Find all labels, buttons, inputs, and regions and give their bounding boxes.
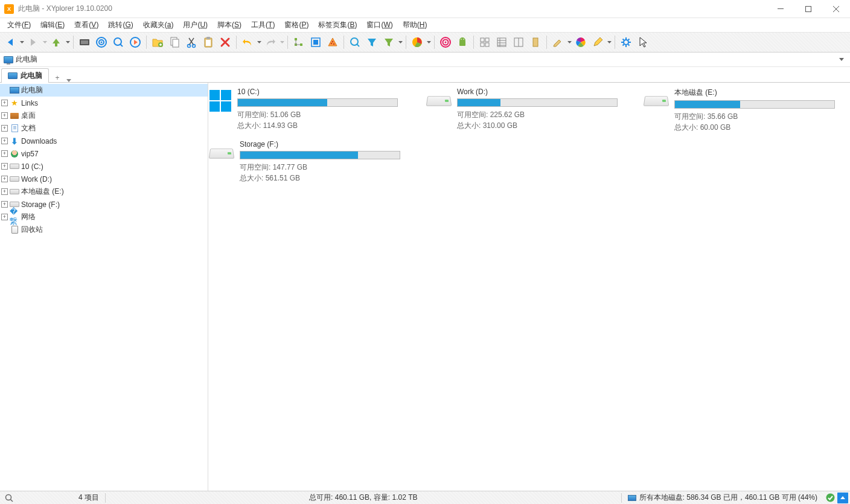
cursor-icon[interactable] (634, 34, 651, 51)
pc-icon (10, 86, 19, 95)
android-icon[interactable] (454, 34, 471, 51)
menu-item-7[interactable]: 工具(T) (246, 19, 280, 31)
colorwheel-icon[interactable] (572, 34, 589, 51)
find-button[interactable] (347, 34, 363, 51)
status-items: 4 项目 (14, 491, 105, 504)
pencil-icon[interactable] (589, 34, 606, 51)
menu-item-2[interactable]: 查看(V) (69, 19, 103, 31)
column-icon[interactable] (527, 34, 544, 51)
brush-icon[interactable] (549, 34, 566, 51)
pane-icon[interactable] (510, 34, 527, 51)
menu-item-9[interactable]: 标签页集(B) (313, 19, 362, 31)
expand-icon[interactable]: + (1, 125, 8, 132)
tree-node-1[interactable]: +★Links (0, 97, 208, 109)
expand-icon[interactable]: + (1, 188, 8, 195)
gear-icon[interactable] (618, 34, 634, 51)
status-search-icon[interactable] (4, 493, 14, 503)
expand-icon[interactable]: + (1, 163, 8, 170)
new-folder-button[interactable] (149, 34, 166, 51)
zoom-button[interactable] (110, 34, 127, 51)
hdd-icon (10, 175, 19, 183)
redo-button[interactable] (262, 34, 279, 51)
forward-dropdown[interactable] (42, 41, 48, 43)
drive-item[interactable]: 本地磁盘 (E:) 可用空间: 35.66 GB 总大小: 60.00 GB (644, 88, 825, 133)
svg-rect-0 (778, 8, 784, 9)
status-up-icon[interactable] (837, 493, 848, 503)
status-ok-icon[interactable] (823, 491, 837, 504)
breadcrumb[interactable]: 此电脑 (4, 54, 37, 65)
close-button[interactable] (822, 0, 850, 18)
tree-label: 网络 (21, 212, 36, 222)
forward-button[interactable] (25, 34, 42, 51)
expand-icon[interactable]: + (1, 112, 8, 119)
pencil-dropdown[interactable] (606, 41, 612, 43)
menu-item-10[interactable]: 窗口(W) (362, 19, 397, 31)
filter-button[interactable] (363, 34, 380, 51)
menu-item-0[interactable]: 文件(F) (2, 19, 36, 31)
expand-icon[interactable]: + (1, 100, 8, 106)
svg-rect-1 (806, 6, 811, 11)
undo-button[interactable] (239, 34, 256, 51)
menu-item-5[interactable]: 用户(U) (178, 19, 212, 31)
minimize-button[interactable] (767, 0, 794, 18)
expand-icon[interactable]: + (1, 176, 8, 182)
down-icon: ⬇ (10, 137, 19, 145)
target-button[interactable] (93, 34, 110, 51)
content-panel[interactable]: 10 (C:) 可用空间: 51.06 GB 总大小: 114.93 GB Wo… (208, 83, 850, 491)
paste-button[interactable] (200, 34, 217, 51)
tree-node-7[interactable]: +Work (D:) (0, 173, 208, 185)
tree-node-3[interactable]: +文档 (0, 122, 208, 135)
address-dropdown[interactable] (837, 55, 846, 65)
drive-item[interactable]: 10 (C:) 可用空间: 51.06 GB 总大小: 114.93 GB (209, 88, 391, 133)
expand-icon[interactable]: + (1, 214, 8, 220)
tab-dropdown[interactable] (63, 79, 74, 82)
filter-dropdown[interactable] (397, 41, 403, 43)
tree-node-6[interactable]: +10 (C:) (0, 160, 208, 173)
expand-icon[interactable]: + (1, 201, 8, 208)
tab-thispc[interactable]: 此电脑 (1, 68, 49, 83)
addressbar[interactable]: 此电脑 (0, 53, 850, 67)
cut-button[interactable] (183, 34, 200, 51)
treeview-button[interactable] (290, 34, 307, 51)
back-button[interactable] (2, 34, 19, 51)
preview-button[interactable] (307, 34, 324, 51)
tree-node-5[interactable]: +vip57 (0, 147, 208, 160)
menu-item-11[interactable]: 帮助(H) (398, 19, 432, 31)
list-icon[interactable] (493, 34, 510, 51)
tree-node-4[interactable]: +⬇Downloads (0, 135, 208, 147)
menu-item-8[interactable]: 窗格(P) (280, 19, 313, 31)
drive-item[interactable]: Work (D:) 可用空间: 225.62 GB 总大小: 310.00 GB (427, 88, 608, 133)
tree-node-0[interactable]: 此电脑 (0, 84, 208, 97)
undo-dropdown[interactable] (256, 41, 262, 43)
back-dropdown[interactable] (19, 41, 25, 43)
tree-node-11[interactable]: 回收站 (0, 223, 208, 236)
up-dropdown[interactable] (65, 41, 71, 43)
new-tab-button[interactable]: + (51, 74, 63, 82)
menu-item-6[interactable]: 脚本(S) (212, 19, 246, 31)
piechart-dropdown[interactable] (426, 41, 432, 43)
redo-dropdown[interactable] (279, 41, 285, 43)
maximize-button[interactable] (794, 0, 822, 18)
menu-item-1[interactable]: 编辑(E) (36, 19, 69, 31)
tree-node-10[interactable]: +�繋网络 (0, 211, 208, 223)
play-button[interactable] (127, 34, 144, 51)
pizza-icon[interactable] (324, 34, 341, 51)
tree-node-9[interactable]: +Storage (F:) (0, 198, 208, 211)
drives-button[interactable] (76, 34, 93, 51)
copy-button[interactable] (166, 34, 183, 51)
brush-dropdown[interactable] (566, 41, 572, 43)
up-button[interactable] (48, 34, 65, 51)
expand-icon[interactable]: + (1, 138, 8, 144)
app-icon: X (4, 4, 14, 14)
expand-icon[interactable]: + (1, 150, 8, 157)
delete-button[interactable] (217, 34, 234, 51)
drive-item[interactable]: Storage (F:) 可用空间: 147.77 GB 总大小: 561.51… (209, 140, 391, 183)
piechart-icon[interactable] (409, 34, 426, 51)
filter2-button[interactable] (380, 34, 397, 51)
menu-item-4[interactable]: 收藏夹(a) (138, 19, 179, 31)
spiral-icon[interactable] (437, 34, 454, 51)
tree-node-8[interactable]: +本地磁盘 (E:) (0, 185, 208, 198)
tree-node-2[interactable]: +桌面 (0, 109, 208, 122)
menu-item-3[interactable]: 跳转(G) (103, 19, 138, 31)
grid-icon[interactable] (476, 34, 493, 51)
